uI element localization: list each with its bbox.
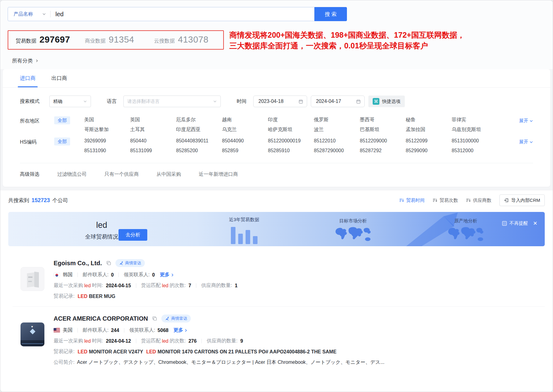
banner-keyword: led xyxy=(73,221,131,230)
results-count: 152723 xyxy=(32,197,50,204)
market-analysis-title: 目标市场分析 xyxy=(325,218,381,224)
search-category-select[interactable]: 产品名称 xyxy=(8,11,50,17)
banner-origin-block: 原产地分析 xyxy=(438,218,493,245)
company-thumbnail[interactable]: ♥ xyxy=(21,322,44,346)
dismiss-label: 不再提醒 xyxy=(510,221,528,226)
end-date-input[interactable]: 2024-04-17 xyxy=(311,96,365,107)
more-link[interactable]: 更多 xyxy=(160,272,174,278)
start-date-input[interactable]: 2023-04-18 xyxy=(253,96,307,107)
region-item[interactable]: 乌兹别克斯坦 xyxy=(452,126,498,133)
import-crm-button[interactable]: 导入内部CRM xyxy=(499,194,545,206)
sort-supplier-count[interactable]: 供应商数 xyxy=(466,198,491,203)
supplier-label: 供应商的数量: xyxy=(207,338,237,344)
results-header: 共搜索到 152723 个公司 贸易时间 贸易次数 供应商数 xyxy=(8,190,545,208)
hscode-item[interactable]: 85285200 xyxy=(176,147,222,154)
hscode-expand-button[interactable]: 展开 xyxy=(519,138,533,145)
region-item[interactable]: 厄瓜多尔 xyxy=(176,116,222,123)
close-icon[interactable]: ✕ xyxy=(533,221,537,226)
hscode-item[interactable]: 85299090 xyxy=(406,147,452,154)
tab-exporter[interactable]: 出口商 xyxy=(51,69,67,87)
search-mode-select[interactable]: 精确 xyxy=(49,96,91,107)
language-select[interactable]: 请选择翻译语言 xyxy=(123,96,221,107)
dataset-count: 413078 xyxy=(178,35,209,45)
hscode-item[interactable]: 85122010 xyxy=(314,138,360,144)
region-item[interactable]: 英国 xyxy=(130,116,176,123)
search-button[interactable]: 搜 索 xyxy=(314,7,347,21)
region-item[interactable]: 秘鲁 xyxy=(406,116,452,123)
analyze-button[interactable]: 去分析 xyxy=(118,229,147,241)
hscode-item[interactable]: 851220000019 xyxy=(268,138,314,144)
hscode-item[interactable]: 85044090 xyxy=(222,138,268,144)
bar xyxy=(231,227,235,244)
freight-label: 货运匹配 xyxy=(141,282,161,289)
hscode-item[interactable]: 85285910 xyxy=(268,147,314,154)
company-thumbnail[interactable] xyxy=(21,267,44,291)
sort-trade-time[interactable]: 贸易时间 xyxy=(399,198,425,203)
region-item[interactable]: 美国 xyxy=(84,116,130,123)
email-contacts-label: 邮件联系人: xyxy=(83,327,108,334)
region-item[interactable]: 波兰 xyxy=(314,126,360,133)
tabs-bar: 进口商 出口商 xyxy=(3,69,550,88)
region-item[interactable]: 土耳其 xyxy=(130,126,176,133)
filter-logistics[interactable]: 过滤物流公司 xyxy=(57,171,87,178)
region-item[interactable]: 哥斯达黎加 xyxy=(84,126,130,133)
filter-from-china[interactable]: 从中国采购 xyxy=(156,171,181,178)
thumbnail-shape xyxy=(27,273,34,288)
company-meta-row: 韩国 邮件联系人: 0 领英联系人: 0 更多 xyxy=(54,272,537,278)
region-item[interactable]: 巴基斯坦 xyxy=(360,126,406,133)
advanced-filter-button[interactable]: 高级筛选 xyxy=(20,171,40,178)
region-item[interactable]: 印度 xyxy=(268,116,314,123)
region-item[interactable]: 俄罗斯 xyxy=(314,116,360,123)
filter-new-importers[interactable]: 近一年新增进口商 xyxy=(199,171,238,178)
filter-single-supplier[interactable]: 只有一个供应商 xyxy=(104,171,139,178)
linkedin-contacts-count: 0 xyxy=(152,272,155,278)
tab-importer[interactable]: 进口商 xyxy=(20,69,36,87)
hscode-item[interactable]: 8513100000 xyxy=(452,138,498,144)
region-item[interactable]: 乌克兰 xyxy=(222,126,268,133)
hscode-item[interactable]: 85287292 xyxy=(360,147,406,154)
hscode-item[interactable]: 85122099 xyxy=(406,138,452,144)
filter-panel: 进口商 出口商 搜索模式 精确 语言 请选择翻译语言 时间 2023-04-18 xyxy=(3,69,550,187)
hscode-item[interactable]: 85131090 xyxy=(84,147,130,154)
region-column: 印度哈萨克斯坦 xyxy=(268,116,314,133)
hscode-item[interactable]: 850440839011 xyxy=(176,138,222,144)
region-item[interactable]: 墨西哥 xyxy=(360,116,406,123)
region-item[interactable]: 越南 xyxy=(222,116,268,123)
hscode-all-chip[interactable]: 全部 xyxy=(54,138,70,145)
hscode-item[interactable]: 85131099 xyxy=(130,147,176,154)
region-expand-button[interactable]: 展开 xyxy=(519,116,533,124)
dataset-tab-business[interactable]: 商业数据 91354 xyxy=(85,35,154,45)
email-contacts-label: 邮件联系人: xyxy=(83,272,108,278)
company-name[interactable]: ACER AMERICA CORPORATION xyxy=(54,315,148,322)
breadcrumb[interactable]: 所有分类 xyxy=(12,57,545,64)
linkedin-contacts-label: 领英联系人: xyxy=(129,327,155,334)
radar-badge[interactable]: 商情雷达 xyxy=(115,259,145,267)
hscode-item[interactable]: 850440 xyxy=(130,138,176,144)
radar-badge[interactable]: 商情雷达 xyxy=(161,315,191,322)
region-item[interactable]: 哈萨克斯坦 xyxy=(268,126,314,133)
active-tab-underline xyxy=(18,86,38,87)
hscode-item[interactable]: 8512209000 xyxy=(360,138,406,144)
dismiss-checkbox[interactable] xyxy=(502,221,507,226)
quick-options-button[interactable]: ⌘ 快捷选项 xyxy=(368,96,405,107)
record-keyword: LED xyxy=(77,349,87,355)
copy-icon[interactable] xyxy=(106,261,111,266)
region-all-chip[interactable]: 全部 xyxy=(54,116,70,124)
dataset-tab-cloud[interactable]: 云搜数据 413078 xyxy=(154,35,223,45)
hscode-item[interactable]: 85287290000 xyxy=(314,147,360,154)
thumbnail-shape xyxy=(28,277,32,278)
hscode-item[interactable]: 39269099 xyxy=(84,138,130,144)
region-item[interactable]: 印度尼西亚 xyxy=(176,126,222,133)
search-input[interactable] xyxy=(51,11,314,18)
region-item[interactable]: 菲律宾 xyxy=(452,116,498,123)
more-link[interactable]: 更多 xyxy=(173,327,188,334)
sort-trade-count[interactable]: 贸易次数 xyxy=(433,198,458,203)
hscode-item[interactable]: 852859 xyxy=(222,147,268,154)
hscode-item[interactable]: 85312000 xyxy=(452,147,498,154)
region-item[interactable]: 孟加拉国 xyxy=(406,126,452,133)
import-crm-label: 导入内部CRM xyxy=(511,198,540,203)
company-name[interactable]: Egoism Co., Ltd. xyxy=(54,260,102,267)
hscode-column: 3926909985131090 xyxy=(84,138,130,154)
copy-icon[interactable] xyxy=(152,316,157,321)
dataset-tab-trade[interactable]: 贸易数据 297697 xyxy=(16,35,85,45)
